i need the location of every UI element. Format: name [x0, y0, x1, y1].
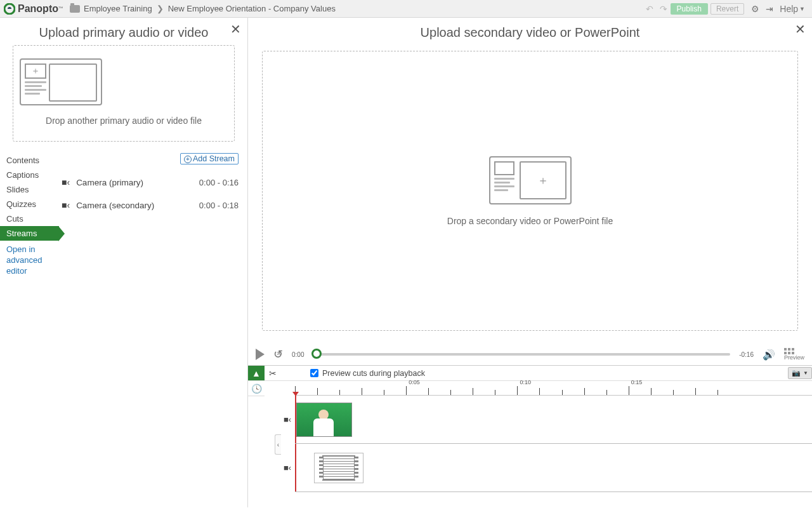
- close-icon[interactable]: ✕: [795, 22, 806, 37]
- publish-button[interactable]: Publish: [671, 3, 708, 15]
- secondary-drop-icon: ＋: [489, 156, 572, 204]
- secondary-drop-text: Drop a secondary video or PowerPoint fil…: [447, 216, 613, 226]
- sidenav-cuts[interactable]: Cuts: [0, 211, 59, 226]
- snapshot-button[interactable]: 📷 ▼: [788, 367, 812, 379]
- seek-bar[interactable]: [313, 353, 730, 356]
- open-advanced-editor-link[interactable]: Open in advanced editor: [0, 241, 59, 281]
- breadcrumb-folder[interactable]: Employee Training: [84, 4, 152, 13]
- secondary-dropzone[interactable]: ＋ Drop a secondary video or PowerPoint f…: [262, 51, 798, 331]
- replay10-button[interactable]: ↺10: [273, 347, 283, 361]
- redo-button[interactable]: ↷: [660, 4, 667, 14]
- brand-logo: Panopto™: [4, 3, 63, 15]
- folder-icon: [70, 5, 80, 13]
- camera-icon: ■‹: [62, 177, 70, 187]
- gear-icon[interactable]: ⚙: [751, 4, 759, 14]
- chevron-right-icon: ❯: [157, 4, 164, 13]
- timeline: ▲ 🕓 ✂ ‹ Preview cuts during playback 📷 ▼: [248, 365, 812, 507]
- current-time: 0:00: [292, 351, 304, 358]
- preview-cuts-label: Preview cuts during playback: [322, 369, 425, 378]
- sidenav-contents[interactable]: Contents: [0, 153, 59, 168]
- player-bar: ↺10 0:00 -0:16 🔊 Preview: [248, 344, 812, 365]
- primary-drop-icon: ＋: [20, 58, 102, 105]
- filmstrip-icon: [322, 455, 355, 481]
- panopto-icon: [4, 3, 15, 15]
- sidenav-streams[interactable]: Streams: [0, 226, 59, 241]
- breadcrumb-title[interactable]: New Employee Orientation - Company Value…: [168, 4, 336, 13]
- collapse-timeline-button[interactable]: ‹: [275, 434, 281, 455]
- left-pane: Upload primary audio or video ✕ ＋ Drop a…: [0, 18, 248, 507]
- streams-panel: +Add Stream ■‹ Camera (primary) 0:00 - 0…: [59, 150, 247, 507]
- right-pane: Upload secondary video or PowerPoint ✕ ＋…: [248, 18, 812, 507]
- clip-thumbnail[interactable]: [314, 453, 363, 483]
- clock-icon[interactable]: 🕓: [248, 381, 265, 396]
- secondary-upload-heading: Upload secondary video or PowerPoint ✕: [248, 18, 812, 45]
- cut-tool[interactable]: ✂: [265, 366, 281, 381]
- camera-icon: ■‹: [284, 415, 291, 424]
- stream-row-primary[interactable]: ■‹ Camera (primary) 0:00 - 0:16: [62, 177, 239, 187]
- help-menu[interactable]: Help ▼: [780, 4, 805, 14]
- camera-icon: ■‹: [284, 463, 291, 472]
- undo-button[interactable]: ↶: [646, 4, 653, 14]
- revert-button[interactable]: Revert: [710, 3, 744, 15]
- seek-knob[interactable]: [311, 349, 322, 359]
- primary-upload-heading: Upload primary audio or video ✕: [0, 18, 247, 45]
- side-nav: Contents Captions Slides Quizzes Cuts St…: [0, 150, 59, 507]
- track-primary[interactable]: ■‹: [295, 396, 812, 444]
- preview-cuts-checkbox[interactable]: [310, 369, 318, 377]
- remaining-time: -0:16: [739, 351, 754, 358]
- timeline-ruler[interactable]: 0:05 0:10 0:15: [295, 381, 812, 396]
- exit-icon[interactable]: ⇥: [766, 4, 773, 14]
- camera-icon: ■‹: [62, 200, 70, 210]
- clip-thumbnail[interactable]: [296, 403, 352, 437]
- primary-drop-text: Drop another primary audio or video file: [20, 116, 228, 126]
- sidenav-quizzes[interactable]: Quizzes: [0, 197, 59, 211]
- top-toolbar: Panopto™ Employee Training ❯ New Employe…: [0, 0, 812, 18]
- grid-icon[interactable]: [784, 348, 804, 354]
- close-icon[interactable]: ✕: [230, 22, 241, 37]
- track-secondary[interactable]: ■‹: [295, 444, 812, 492]
- sidenav-captions[interactable]: Captions: [0, 168, 59, 182]
- add-stream-button[interactable]: +Add Stream: [180, 153, 239, 164]
- pointer-tool[interactable]: ▲: [248, 366, 265, 381]
- primary-dropzone[interactable]: ＋ Drop another primary audio or video fi…: [13, 45, 235, 142]
- play-button[interactable]: [256, 349, 265, 360]
- sidenav-slides[interactable]: Slides: [0, 182, 59, 197]
- volume-icon[interactable]: 🔊: [763, 349, 775, 361]
- stream-row-secondary[interactable]: ■‹ Camera (secondary) 0:00 - 0:18: [62, 200, 239, 210]
